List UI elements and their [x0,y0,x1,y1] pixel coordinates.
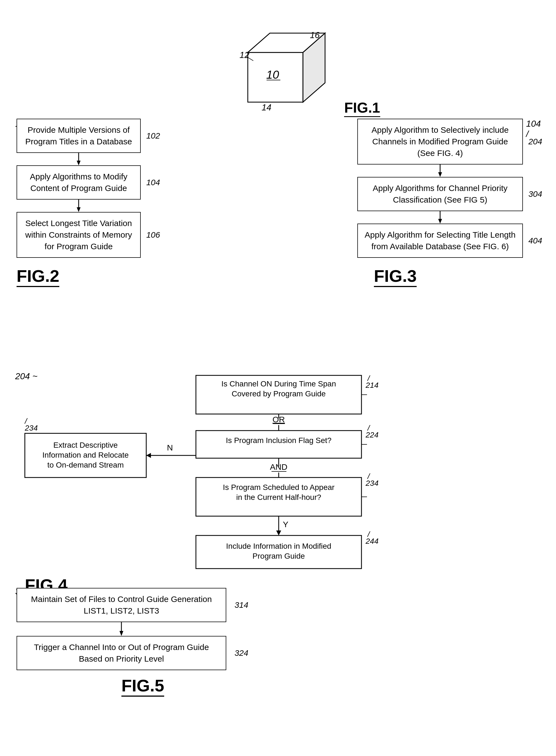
fig2-box-1: Provide Multiple Versions of Program Tit… [16,119,141,153]
svg-marker-24 [146,453,151,458]
svg-text:Program Guide: Program Guide [252,552,305,560]
fig5-box-2-wrapper: Trigger a Channel Into or Out of Program… [16,636,232,670]
fig3-ref-2: 304 [528,190,542,199]
fig2-box-3: Select Longest Title Variation within Co… [16,212,141,258]
fig1-label: FIG.1 [344,99,380,116]
fig2-box-2: Apply Algorithms to Modify Content of Pr… [16,165,141,200]
page: 10 12 14 16 FIG.1 100 \ 104 / [0,0,556,756]
svg-marker-60 [119,631,123,636]
fig2-box-1-wrapper: Provide Multiple Versions of Program Tit… [16,119,141,153]
fig4-section: Extract Descriptive Information and Relo… [16,373,541,595]
svg-text:Extract Descriptive: Extract Descriptive [53,441,117,449]
svg-text:12: 12 [240,50,249,60]
svg-text:N: N [167,443,173,452]
fig3-section: Apply Algorithm to Selectively include C… [357,119,540,286]
fig3-arrow-2 [357,211,523,224]
fig3-box-2: Apply Algorithms for Channel Priority Cl… [357,177,523,211]
fig2-flow: Provide Multiple Versions of Program Tit… [16,119,160,286]
fig3-flow: Apply Algorithm to Selectively include C… [357,119,540,286]
fig5-flow: Maintain Set of Files to Control Guide G… [16,588,265,695]
fig2-label: FIG.2 [16,266,59,286]
fig3-arrow-1 [357,165,523,177]
fig3-box-3: Apply Algorithm for Selecting Title Leng… [357,224,523,258]
fig5-arrow-1 [16,622,226,636]
fig3-box-2-wrapper: Apply Algorithms for Channel Priority Cl… [357,177,523,211]
svg-text:14: 14 [262,102,272,112]
svg-text:Is Program Inclusion Flag Set?: Is Program Inclusion Flag Set? [226,436,332,445]
fig2-ref-1: 102 [146,131,160,140]
fig5-ref-1: 314 [235,600,248,610]
fig5-ref-2: 324 [235,648,248,658]
fig2-box-3-wrapper: Select Longest Title Variation within Co… [16,212,141,258]
fig3-label: FIG.3 [374,266,417,286]
fig3-ref-1: 204 [528,137,542,146]
cube-svg: 10 12 14 16 [226,25,331,119]
svg-marker-50 [276,530,281,536]
svg-marker-14 [438,172,442,177]
fig5-box-2: Trigger a Channel Into or Out of Program… [16,636,226,670]
svg-text:16: 16 [310,30,320,40]
fig2-box-2-wrapper: Apply Algorithms to Modify Content of Pr… [16,165,141,200]
fig5-label-row: FIG.5 [16,676,164,695]
fig5-box-1-wrapper: Maintain Set of Files to Control Guide G… [16,588,232,622]
svg-marker-10 [77,161,80,165]
svg-text:Y: Y [283,520,288,529]
fig3-box-1: Apply Algorithm to Selectively include C… [357,119,523,165]
fig5-label: FIG.5 [121,676,164,695]
svg-text:Is Program Scheduled to Appear: Is Program Scheduled to Appear [223,483,335,491]
svg-text:Is Channel ON During Time Span: Is Channel ON During Time Span [221,380,336,388]
fig4-svg: Extract Descriptive Information and Relo… [16,373,541,580]
fig2-arrow-1 [16,153,141,165]
svg-text:Covered by Program Guide: Covered by Program Guide [232,389,326,398]
svg-text:in the Current Half-hour?: in the Current Half-hour? [236,493,321,502]
svg-marker-16 [438,219,442,224]
fig2-ref-2: 104 [146,178,160,187]
fig5-section: Maintain Set of Files to Control Guide G… [16,588,265,695]
svg-marker-12 [77,207,80,212]
cube-diagram: 10 12 14 16 FIG.1 [226,25,331,119]
svg-text:Include Information in Modifie: Include Information in Modified [226,542,331,550]
fig2-section: Provide Multiple Versions of Program Tit… [16,119,160,286]
fig5-box-1: Maintain Set of Files to Control Guide G… [16,588,226,622]
fig2-ref-3: 106 [146,230,160,240]
svg-text:10: 10 [266,68,279,81]
fig3-box-1-wrapper: Apply Algorithm to Selectively include C… [357,119,523,165]
fig1-section: 10 12 14 16 FIG.1 [11,11,545,127]
fig3-ref-3: 404 [528,236,542,245]
fig2-arrow-2 [16,200,141,212]
svg-text:Information and Relocate: Information and Relocate [42,451,129,459]
svg-text:to On-demand Stream: to On-demand Stream [47,461,124,469]
fig3-box-3-wrapper: Apply Algorithm for Selecting Title Leng… [357,224,523,258]
